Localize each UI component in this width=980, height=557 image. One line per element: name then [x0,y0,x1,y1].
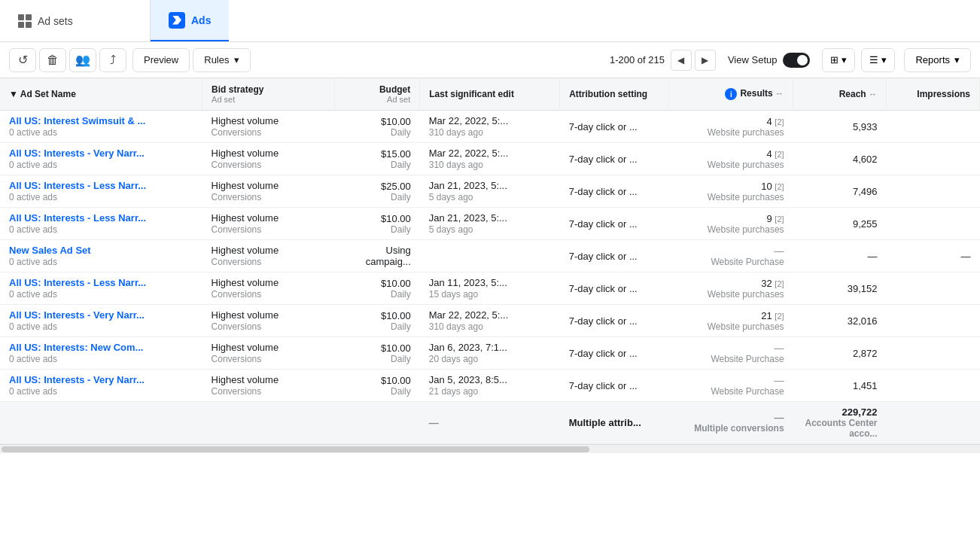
ad-set-sub-3: 0 active ads [9,224,57,235]
cell-attr-5: 7-day click or ... [560,272,669,305]
cell-bid-1: Highest volume Conversions [202,143,335,175]
cell-budget-1: $15.00 Daily [334,143,420,175]
cell-name-7: All US: Interests: New Com... 0 active a… [0,337,202,370]
ad-set-link-5[interactable]: All US: Interests - Less Narr... [9,277,190,288]
result-badge-2: [2] [775,182,784,191]
rules-button[interactable]: Rules ▾ [193,48,250,72]
cell-bid-5: Highest volume Conversions [202,272,335,305]
view-setup-label: View Setup [728,54,778,65]
preview-button[interactable]: Preview [132,48,190,72]
footer-row: — Multiple attrib... — Multiple conversi… [0,402,980,444]
budget-val-1: $15.00 [343,148,411,160]
columns-view-button[interactable]: ⊞ ▾ [822,48,855,72]
col-header-bid[interactable]: Bid strategy Ad set [202,78,335,111]
cell-attr-4: 7-day click or ... [560,240,669,272]
ad-set-link-1[interactable]: All US: Interests - Very Narr... [9,148,190,159]
edit-date-0: Mar 22, 2022, 5:... [429,115,509,126]
ad-set-link-7[interactable]: All US: Interests: New Com... [9,342,190,353]
ad-set-link-8[interactable]: All US: Interests - Very Narr... [9,374,190,385]
export-button[interactable]: ⤴ [99,48,126,72]
table-row: All US: Interests - Very Narr... 0 activ… [0,143,980,175]
col-header-attr[interactable]: Attribution setting [560,78,669,111]
ad-set-link-3[interactable]: All US: Interests - Less Narr... [9,212,190,224]
undo-button[interactable]: ↺ [9,48,36,72]
col-header-reach[interactable]: Reach ↔ [793,78,887,111]
cell-attr-7: 7-day click or ... [560,337,669,370]
cell-results-0: 4 [2] Website purchases [668,111,793,143]
cell-bid-3: Highest volume Conversions [202,208,335,240]
ad-set-link-4[interactable]: New Sales Ad Set [9,245,190,256]
footer-budget [334,402,420,444]
result-sub-3: Website purchases [677,224,784,235]
ad-set-sub-0: 0 active ads [9,127,57,138]
cell-impressions-4: — [887,240,980,272]
delete-button[interactable]: 🗑 [39,48,66,72]
edit-sub-8: 21 days ago [429,386,478,397]
col-header-budget[interactable]: Budget Ad set [334,78,420,111]
cell-results-6: 21 [2] Website purchases [668,305,793,337]
horizontal-scrollbar[interactable] [0,444,980,453]
budget-sub-2: Daily [343,192,411,202]
col-header-edit[interactable]: Last significant edit [420,78,560,111]
result-badge-3: [2] [775,215,784,224]
ad-sets-table: ▼ Ad Set Name Bid strategy Ad set Budget… [0,78,980,444]
cell-reach-3: 9,255 [793,208,887,240]
cell-results-2: 10 [2] Website purchases [668,175,793,208]
cell-name-0: All US: Interest Swimsuit & ... 0 active… [0,111,202,143]
bid-sub-7: Conversions [212,354,262,364]
cell-edit-4 [420,240,560,272]
pagination-info: 1-200 of 215 [610,54,665,65]
col-header-impressions[interactable]: Impressions [887,78,980,111]
bid-sub-2: Conversions [212,192,262,202]
result-sub-8: Website Purchase [677,386,784,397]
budget-val-6: $10.00 [343,310,411,321]
cell-budget-0: $10.00 Daily [334,111,420,143]
budget-sub-1: Daily [343,160,411,170]
result-sub-2: Website purchases [677,192,784,202]
budget-val-2: $25.00 [343,181,411,192]
view-setup-toggle[interactable] [783,53,810,68]
col-header-name[interactable]: ▼ Ad Set Name [0,78,202,111]
cell-budget-7: $10.00 Daily [334,337,420,370]
cell-results-7: — Website Purchase [668,337,793,370]
cell-edit-1: Mar 22, 2022, 5:... 310 days ago [420,143,560,175]
tab-ad-sets[interactable]: Ad sets [0,0,151,41]
bid-label-7: Highest volume [212,342,326,353]
budget-val-3: $10.00 [343,213,411,224]
result-sub-7: Website Purchase [677,354,784,364]
cell-reach-4: — [793,240,887,272]
cell-budget-3: $10.00 Daily [334,208,420,240]
edit-sub-6: 310 days ago [429,321,483,332]
footer-name [0,402,202,444]
cell-reach-8: 1,451 [793,370,887,402]
col-header-results[interactable]: iResults ↔ [668,78,793,111]
result-sub-1: Website purchases [677,160,784,170]
breakdown-button[interactable]: ☰ ▾ [861,48,895,72]
cell-name-1: All US: Interests - Very Narr... 0 activ… [0,143,202,175]
audience-button[interactable]: 👥 [69,48,96,72]
edit-date-2: Jan 21, 2023, 5:... [429,180,507,191]
ad-set-link-2[interactable]: All US: Interests - Less Narr... [9,180,190,191]
cell-name-5: All US: Interests - Less Narr... 0 activ… [0,272,202,305]
bid-label-4: Highest volume [212,245,326,256]
edit-date-6: Mar 22, 2022, 5:... [429,309,509,321]
reports-button[interactable]: Reports ▾ [904,48,971,72]
cell-results-4: — Website Purchase [668,240,793,272]
toolbar: ↺ 🗑 👥 ⤴ Preview Rules ▾ 1-200 of 215 ◀ ▶… [0,42,980,78]
budget-sub-6: Daily [343,321,411,332]
cell-name-3: All US: Interests - Less Narr... 0 activ… [0,208,202,240]
cell-attr-2: 7-day click or ... [560,175,669,208]
cell-impressions-5 [887,272,980,305]
cell-name-2: All US: Interests - Less Narr... 0 activ… [0,175,202,208]
ad-set-link-0[interactable]: All US: Interest Swimsuit & ... [9,115,190,126]
ad-set-link-6[interactable]: All US: Interests - Very Narr... [9,309,190,321]
prev-page-button[interactable]: ◀ [671,50,692,71]
tab-ads[interactable]: Ads [151,0,229,41]
cell-attr-0: 7-day click or ... [560,111,669,143]
result-val-6: 21 [2] [677,310,784,321]
next-page-button[interactable]: ▶ [695,50,716,71]
result-sub-0: Website purchases [677,127,784,138]
cell-bid-0: Highest volume Conversions [202,111,335,143]
edit-sub-5: 15 days ago [429,289,478,300]
result-badge-0: [2] [775,117,784,126]
